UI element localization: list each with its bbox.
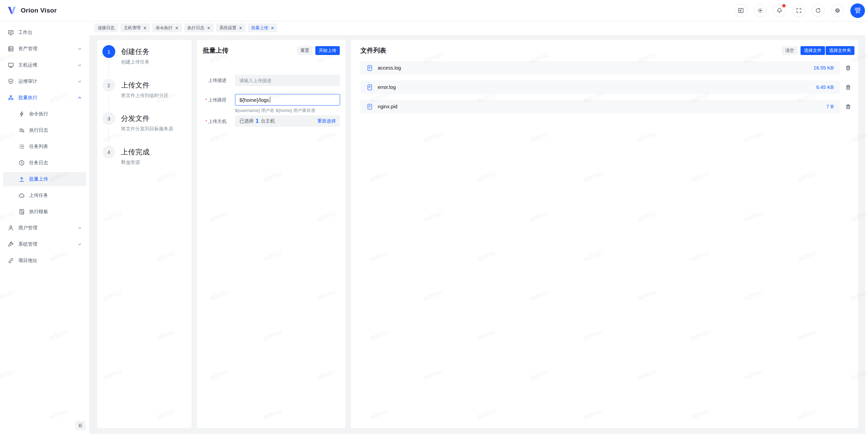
sidebar-item-project-link[interactable]: 项目地址 (3, 253, 86, 268)
tab-label: 连接日志 (98, 25, 115, 31)
select-folder-button[interactable]: 选择文件夹 (826, 46, 854, 55)
topbar: Orion Visor (0, 0, 868, 21)
theme-toggle-button[interactable] (754, 4, 767, 17)
sidebar-item-upload-task[interactable]: 上传任务 (3, 188, 86, 203)
start-upload-button[interactable]: 开始上传 (315, 46, 340, 55)
sidebar-item-exec-template[interactable]: 执行模板 (3, 205, 86, 219)
refresh-button[interactable] (812, 4, 825, 17)
workbench-monitor-icon (8, 30, 14, 36)
gear-icon (834, 7, 841, 14)
file-list-panel: 文件列表 清空 选择文件 选择文件夹 access.log 16.55 KB (351, 40, 858, 428)
reset-button[interactable]: 重置 (297, 46, 313, 55)
sidebar-item-task-list[interactable]: 任务列表 (3, 139, 86, 154)
step-connector (108, 127, 109, 144)
sidebar-item-label: 系统管理 (18, 241, 37, 247)
lightning-icon (19, 111, 25, 117)
tab-host-manage[interactable]: 主机管理 (120, 23, 150, 32)
sidebar-item-command-exec[interactable]: 命令执行 (3, 107, 86, 121)
tab-strip: 连接日志 主机管理 命令执行 执行日志 系统设置 批量上传 (89, 21, 868, 35)
select-file-button[interactable]: 选择文件 (801, 46, 825, 55)
sidebar-item-label: 命令执行 (29, 111, 48, 117)
tab-close-icon[interactable] (207, 26, 210, 30)
notification-badge-dot (782, 4, 786, 7)
sidebar-item-batch-execution[interactable]: 批量执行 (3, 91, 86, 105)
tab-connect-log[interactable]: 连接日志 (94, 23, 118, 32)
upload-path-label: *上传路径 (197, 97, 226, 103)
sidebar-item-label: 用户管理 (18, 225, 37, 231)
sidebar-item-task-log[interactable]: 任务日志 (3, 156, 86, 170)
tab-command-exec[interactable]: 命令执行 (152, 23, 182, 32)
step-desc: 释放资源 (121, 159, 150, 166)
user-avatar[interactable]: 管 (850, 3, 865, 18)
tab-label: 批量上传 (251, 25, 268, 31)
step-number-badge: 3 (102, 112, 115, 125)
host-selected-suffix: 台主机 (261, 118, 275, 124)
sidebar-item-label: 批量执行 (18, 95, 37, 101)
step-title: 分发文件 (121, 112, 173, 125)
sidebar-item-host-ops[interactable]: 主机运维 (3, 58, 86, 72)
sidebar: 工作台 资产管理 主机运维 运维审计 批量执行 命令执行 执行日志 (0, 21, 89, 434)
sidebar-item-system-management[interactable]: 系统管理 (3, 237, 86, 251)
sidebar-item-label: 任务列表 (29, 144, 48, 150)
sidebar-item-batch-upload[interactable]: 批量上传 (3, 172, 86, 186)
sidebar-item-ops-audit[interactable]: 运维审计 (3, 74, 86, 89)
step-desc: 将文件上传到临时分区 (121, 93, 169, 99)
sidebar-item-user-management[interactable]: 用户管理 (3, 221, 86, 235)
table-row[interactable]: nginx.pid 7 B (360, 100, 840, 113)
delete-file-button[interactable] (845, 84, 851, 90)
sidebar-collapse-button[interactable] (75, 421, 85, 430)
tab-batch-upload[interactable]: 批量上传 (248, 23, 277, 32)
step-create-task: 1 创建任务 创建上传任务 (102, 45, 150, 65)
sidebar-item-asset-management[interactable]: 资产管理 (3, 42, 86, 56)
sidebar-item-label: 主机运维 (18, 62, 37, 68)
form-header: 批量上传 重置 开始上传 (197, 40, 346, 55)
chevron-up-icon (78, 96, 82, 100)
table-row[interactable]: error.log 6.45 KB (360, 80, 840, 94)
file-list-header: 文件列表 清空 选择文件 选择文件夹 (351, 40, 858, 55)
step-upload-complete: 4 上传完成 释放资源 (102, 146, 150, 166)
notifications-button[interactable] (773, 4, 786, 17)
tab-close-icon[interactable] (175, 26, 178, 30)
template-file-icon (19, 209, 25, 215)
tab-close-icon[interactable] (143, 26, 146, 30)
required-asterisk: * (205, 97, 207, 102)
clock-icon (19, 160, 25, 166)
tab-system-settings[interactable]: 系统设置 (216, 23, 245, 32)
upload-desc-label: 上传描述 (197, 77, 226, 83)
sidebar-item-exec-log[interactable]: 执行日志 (3, 123, 86, 137)
link-icon (8, 258, 14, 264)
window-scrollbar[interactable] (865, 21, 868, 434)
cloud-icon (19, 192, 25, 199)
tab-close-icon[interactable] (239, 26, 242, 30)
topbar-actions: 管 (734, 3, 868, 18)
file-text-icon (367, 103, 373, 110)
chevron-down-icon (78, 79, 82, 83)
api-docs-button[interactable] (734, 4, 747, 17)
fullscreen-button[interactable] (792, 4, 805, 17)
clear-files-button[interactable]: 清空 (782, 46, 797, 55)
upload-path-input[interactable]: ${home}/logs (235, 94, 340, 106)
file-size: 7 B (826, 104, 834, 109)
step-title: 上传文件 (121, 79, 169, 92)
chevron-down-icon (78, 226, 82, 230)
reselect-hosts-link[interactable]: 重新选择 (317, 118, 336, 124)
tab-close-icon[interactable] (271, 26, 274, 30)
file-line: error.log 6.45 KB (360, 80, 851, 94)
upload-desc-input[interactable] (235, 75, 340, 86)
table-row[interactable]: access.log 16.55 KB (360, 61, 840, 75)
file-line: access.log 16.55 KB (360, 61, 851, 75)
tab-exec-log[interactable]: 执行日志 (184, 23, 214, 32)
delete-file-button[interactable] (845, 65, 851, 71)
user-icon (8, 225, 14, 231)
fullscreen-icon (796, 7, 802, 14)
chevron-down-icon (78, 63, 82, 67)
sidebar-item-workbench[interactable]: 工作台 (3, 25, 86, 40)
step-title: 创建任务 (121, 45, 150, 58)
step-desc: 创建上传任务 (121, 59, 150, 65)
settings-button[interactable] (831, 4, 844, 17)
file-text-icon (367, 65, 373, 71)
sidebar-item-label: 项目地址 (18, 258, 37, 264)
sidebar-item-label: 执行日志 (29, 127, 48, 133)
step-distribute-files: 3 分发文件 将文件分发到目标服务器 (102, 112, 173, 132)
delete-file-button[interactable] (845, 104, 851, 110)
